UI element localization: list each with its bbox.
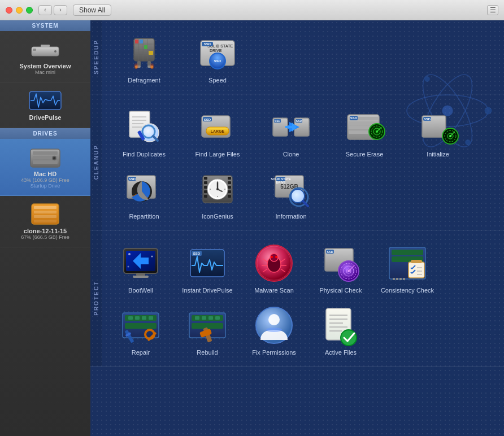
svg-rect-14 — [34, 215, 57, 218]
cleanup-section: CLEANUP — [90, 94, 504, 230]
svg-rect-8 — [33, 160, 58, 164]
sidebar-item-clone-drive[interactable]: clone-12-11-15 67% (666.5 GB) Free — [0, 196, 90, 247]
mac-hd-sublabel: 43% (106.9 GB) Free — [21, 177, 69, 183]
system-overview-sublabel: Mac mini — [35, 69, 55, 75]
system-section-header: SYSTEM — [0, 20, 90, 31]
consistency-check-icon — [387, 243, 428, 284]
fix-permissions-cell[interactable]: Fix Permissions — [241, 298, 307, 360]
bootwell-cell[interactable]: BootWell — [107, 236, 174, 298]
defragment-cell[interactable]: Defragment — [107, 26, 181, 88]
find-duplicates-icon — [124, 107, 164, 147]
forward-button[interactable]: › — [54, 5, 67, 15]
svg-rect-103 — [228, 181, 231, 184]
drives-section-header: DRIVES — [0, 128, 90, 139]
clone-drive-sublabel: 67% (666.5 GB) Free — [21, 234, 69, 240]
repartition-cell[interactable]: SSD Repartition — [107, 162, 181, 224]
svg-text:DRIVE: DRIVE — [210, 49, 222, 53]
clone-drive-label: clone-12-11-15 — [24, 228, 67, 234]
icon-genius-cell[interactable]: IconGenius — [181, 162, 254, 224]
mac-hd-label: Mac HD — [34, 171, 57, 177]
svg-rect-187 — [202, 316, 206, 320]
malware-scan-label: Malware Scan — [254, 287, 294, 294]
protect-label-col: PROTECT — [90, 230, 102, 366]
svg-point-2 — [54, 50, 57, 53]
svg-rect-130 — [136, 273, 145, 276]
svg-rect-189 — [215, 316, 220, 320]
repair-label: Repair — [132, 349, 150, 356]
cleanup-label-col: CLEANUP — [90, 94, 102, 230]
rebuild-cell[interactable]: Rebuild — [174, 298, 241, 360]
list-view-button[interactable]: ☰ — [487, 5, 498, 15]
sidebar: SYSTEM System Ov — [0, 20, 90, 436]
information-cell[interactable]: SOLID STATE DRIVE 512GB — [254, 162, 328, 224]
back-button[interactable]: ‹ — [38, 5, 52, 15]
rebuild-icon — [187, 305, 228, 346]
defragment-label: Defragment — [128, 77, 160, 84]
sidebar-item-mac-hd[interactable]: Mac HD 43% (106.9 GB) Free Startup Drive — [0, 139, 90, 196]
svg-rect-174 — [125, 323, 157, 329]
sidebar-item-system-overview[interactable]: System Overview Mac mini — [0, 31, 90, 82]
svg-rect-178 — [149, 316, 153, 320]
system-overview-label: System Overview — [19, 63, 71, 69]
find-large-files-cell[interactable]: SSD LARGE Find Large — [181, 100, 254, 162]
find-duplicates-label: Find Duplicates — [123, 151, 166, 158]
icon-genius-icon — [197, 169, 238, 210]
mac-hd-icon — [27, 146, 63, 168]
minimize-button[interactable] — [16, 7, 23, 14]
instant-drivepulse-label: Instant DrivePulse — [182, 287, 232, 294]
svg-text:SSD: SSD — [214, 59, 221, 63]
maximize-button[interactable] — [26, 7, 33, 14]
consistency-check-cell[interactable]: Consistency Check — [374, 236, 441, 298]
find-large-files-label: Find Large Files — [195, 151, 240, 158]
speed-label: Speed — [208, 77, 227, 84]
main-content: SYSTEM System Ov — [0, 20, 504, 436]
find-large-files-icon: SSD LARGE — [197, 107, 238, 147]
drivepulse-icon — [27, 89, 63, 112]
active-files-cell[interactable]: Active Files — [307, 298, 374, 360]
repair-cell[interactable]: Repair — [107, 298, 174, 360]
fix-permissions-label: Fix Permissions — [252, 349, 296, 356]
bootwell-icon — [120, 243, 161, 284]
cleanup-grid: Find Duplicates — [102, 94, 504, 230]
find-duplicates-cell[interactable]: Find Duplicates — [107, 100, 181, 162]
malware-scan-cell[interactable]: Malware Scan — [241, 236, 307, 298]
close-button[interactable] — [6, 7, 12, 14]
svg-rect-3 — [33, 49, 36, 51]
svg-point-10 — [53, 157, 55, 159]
show-all-button[interactable]: Show All — [73, 5, 111, 16]
bootwell-label: BootWell — [128, 287, 153, 294]
svg-point-194 — [266, 328, 282, 332]
svg-rect-15 — [34, 220, 57, 223]
speed-cell[interactable]: SOLID STATE DRIVE SSD — [181, 26, 254, 88]
initialize-cell[interactable]: SSD — [401, 100, 475, 162]
svg-rect-176 — [135, 316, 140, 320]
svg-text:SSD: SSD — [424, 117, 431, 121]
information-icon: SOLID STATE DRIVE 512GB — [271, 169, 311, 210]
svg-rect-177 — [142, 316, 146, 320]
physical-check-cell[interactable]: SSD — [307, 236, 374, 298]
secure-erase-cell[interactable]: SSD — [328, 100, 401, 162]
protect-label: PROTECT — [93, 281, 99, 316]
defragment-icon — [124, 33, 164, 73]
svg-point-201 — [341, 330, 357, 346]
instant-drivepulse-cell[interactable]: SSD Instant DrivePulse — [174, 236, 241, 298]
svg-rect-12 — [34, 206, 57, 209]
repartition-label: Repartition — [129, 213, 159, 220]
clone-cell[interactable]: SSD SSD — [254, 100, 328, 162]
svg-rect-104 — [228, 186, 231, 189]
speedup-grid: Defragment — [102, 20, 504, 94]
svg-text:LARGE: LARGE — [211, 129, 225, 133]
svg-rect-100 — [204, 190, 207, 193]
initialize-icon: SSD — [418, 107, 458, 147]
svg-text:SSD: SSD — [327, 250, 333, 254]
nav-buttons: ‹ › — [38, 5, 67, 15]
svg-point-39 — [149, 60, 155, 69]
active-files-icon — [320, 305, 361, 346]
active-files-label: Active Files — [325, 349, 357, 356]
svg-rect-30 — [135, 40, 138, 43]
fix-permissions-icon — [254, 305, 294, 346]
svg-rect-6 — [33, 151, 58, 155]
svg-text:SSD: SSD — [296, 119, 302, 123]
physical-check-icon: SSD — [320, 243, 361, 284]
sidebar-item-drivepulse[interactable]: DrivePulse — [0, 82, 90, 128]
